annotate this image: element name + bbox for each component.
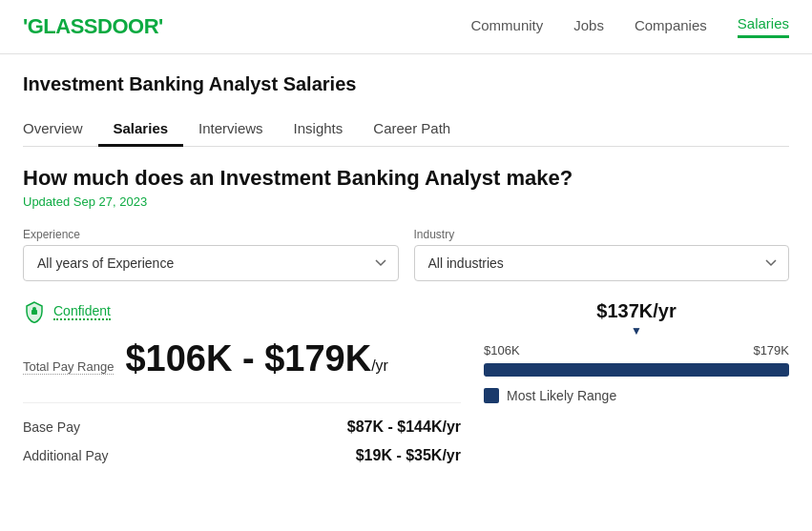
nav-jobs[interactable]: Jobs <box>573 17 604 37</box>
salary-left-panel: Confident Total Pay Range $106K - $179K/… <box>23 300 461 464</box>
total-pay-low: $106K <box>125 338 232 378</box>
experience-label: Experience <box>23 228 399 241</box>
base-pay-label: Base Pay <box>23 419 80 435</box>
tab-insights[interactable]: Insights <box>279 111 359 146</box>
salary-right-panel: $137K/yr ▼ $106K $179K Most Likely Range <box>484 300 789 403</box>
base-pay-row: Base Pay $87K - $144K/yr <box>23 419 461 436</box>
svg-point-1 <box>32 307 36 311</box>
confident-shield-icon <box>23 300 46 323</box>
most-likely-color-box <box>484 388 499 403</box>
filters: Experience All years of Experience Indus… <box>23 228 789 281</box>
median-arrow-icon: ▼ <box>484 324 789 337</box>
tab-bar: Overview Salaries Interviews Insights Ca… <box>23 111 789 147</box>
industry-filter-group: Industry All industries <box>414 228 790 281</box>
range-low-label: $106K <box>484 343 520 357</box>
additional-pay-value: $19K - $35K/yr <box>356 447 461 464</box>
nav-companies[interactable]: Companies <box>635 17 707 37</box>
updated-date: Updated Sep 27, 2023 <box>23 194 789 209</box>
header: 'GLASSDOOR' Community Jobs Companies Sal… <box>0 0 812 54</box>
salary-section: Confident Total Pay Range $106K - $179K/… <box>23 300 789 464</box>
total-pay-range: $106K - $179K/yr <box>125 338 388 379</box>
range-labels: $106K $179K <box>484 343 789 357</box>
experience-filter-group: Experience All years of Experience <box>23 228 399 281</box>
base-pay-value: $87K - $144K/yr <box>347 419 461 436</box>
logo[interactable]: 'GLASSDOOR' <box>23 14 163 39</box>
confident-badge: Confident <box>23 300 461 323</box>
total-pay-row: Total Pay Range $106K - $179K/yr <box>23 338 461 379</box>
tab-overview[interactable]: Overview <box>23 111 98 146</box>
industry-select[interactable]: All industries <box>414 245 790 281</box>
page-title: Investment Banking Analyst Salaries <box>23 73 789 95</box>
page-content: Investment Banking Analyst Salaries Over… <box>0 54 812 464</box>
range-high-label: $179K <box>753 343 789 357</box>
additional-pay-row: Additional Pay $19K - $35K/yr <box>23 447 461 464</box>
tab-salaries[interactable]: Salaries <box>98 111 184 146</box>
section-heading: How much does an Investment Banking Anal… <box>23 166 789 191</box>
additional-pay-label: Additional Pay <box>23 448 109 463</box>
total-pay-label: Total Pay Range <box>23 359 114 375</box>
tab-interviews[interactable]: Interviews <box>183 111 279 146</box>
nav-salaries[interactable]: Salaries <box>738 15 789 38</box>
industry-label: Industry <box>414 228 790 241</box>
total-pay-dash: - <box>242 338 264 378</box>
total-pay-high: $179K <box>264 338 371 378</box>
main-nav: Community Jobs Companies Salaries <box>470 15 789 38</box>
experience-select[interactable]: All years of Experience <box>23 245 399 281</box>
nav-community[interactable]: Community <box>470 17 543 37</box>
per-yr: /yr <box>371 357 388 374</box>
tab-career-path[interactable]: Career Path <box>358 111 466 146</box>
most-likely-legend: Most Likely Range <box>484 388 789 403</box>
pay-breakdown: Base Pay $87K - $144K/yr Additional Pay … <box>23 402 461 464</box>
confident-label: Confident <box>53 303 111 320</box>
median-salary: $137K/yr <box>484 300 789 322</box>
salary-range-bar <box>484 363 789 377</box>
most-likely-label: Most Likely Range <box>507 388 616 403</box>
